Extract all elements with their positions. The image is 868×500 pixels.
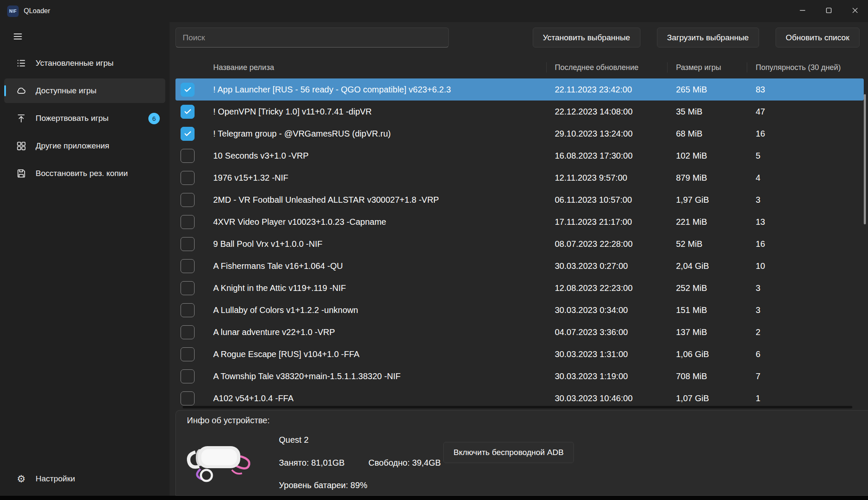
last-updated: 30.03.2023 0:27:00 <box>546 261 667 271</box>
row-checkbox[interactable] <box>181 391 195 405</box>
sidebar-item-restore-backups[interactable]: Восстановить рез. копии <box>4 161 165 186</box>
table-row[interactable]: A Lullaby of Colors v1+1.2.2 -unknown 30… <box>175 299 864 321</box>
maximize-button[interactable] <box>815 0 842 22</box>
apps-icon <box>16 140 27 151</box>
table-row[interactable]: 9 Ball Pool Vrx v1+1.0.0 -NIF 08.07.2023… <box>175 233 864 255</box>
popularity: 16 <box>747 129 864 139</box>
row-checkbox[interactable] <box>181 83 195 97</box>
row-checkbox[interactable] <box>181 215 195 229</box>
sidebar-item-settings[interactable]: ⚙ Настройки <box>4 468 165 490</box>
table-row[interactable]: ! App Launcher [RUS - 56 ready - QGO com… <box>175 78 864 101</box>
sidebar-item-available-games[interactable]: Доступные игры <box>4 78 165 103</box>
row-checkbox[interactable] <box>181 149 195 163</box>
game-size: 879 MiB <box>667 173 747 183</box>
minimize-button[interactable] <box>789 0 815 22</box>
popularity: 3 <box>747 305 864 315</box>
last-updated: 22.12.2023 14:08:00 <box>546 107 667 117</box>
upload-icon <box>16 113 27 124</box>
table-row[interactable]: 1976 v15+1.32 -NIF 12.11.2023 9:57:00 87… <box>175 167 864 189</box>
row-checkbox[interactable] <box>181 171 195 185</box>
row-checkbox[interactable] <box>181 237 195 251</box>
maximize-icon <box>826 7 832 15</box>
header-game-size[interactable]: Размер игры <box>667 56 747 78</box>
table-row[interactable]: A Fishermans Tale v16+1.064 -QU 30.03.20… <box>175 255 864 277</box>
game-size: 2,04 GiB <box>667 261 747 271</box>
sidebar: Установленные игры Доступные игры Пожерт… <box>0 22 170 496</box>
release-name: A Rogue Escape [RUS] v104+1.0 -FFA <box>207 349 546 359</box>
last-updated: 08.07.2023 22:28:00 <box>546 239 667 249</box>
game-size: 1,06 GiB <box>667 349 747 359</box>
game-size: 708 MiB <box>667 372 747 381</box>
last-updated: 12.08.2023 22:23:00 <box>546 283 667 293</box>
row-checkbox[interactable] <box>181 127 195 141</box>
header-last-updated[interactable]: Последнее обновление <box>546 56 667 78</box>
wireless-adb-button[interactable]: Включить беспроводной ADB <box>443 442 574 463</box>
table-row[interactable]: 4XVR Video Player v10023+1.0.23 -Capname… <box>175 211 864 233</box>
window-title: QLoader <box>24 7 50 15</box>
table-row[interactable]: A Knight in the Attic v119+.119 -NIF 12.… <box>175 277 864 299</box>
header-release-name[interactable]: Название релиза <box>207 56 546 78</box>
table-body: ! App Launcher [RUS - 56 ready - QGO com… <box>175 78 864 409</box>
release-name: A lunar adventure v22+1.0 -VRP <box>207 327 546 337</box>
row-checkbox[interactable] <box>181 303 195 317</box>
game-size: 252 MiB <box>667 283 747 293</box>
release-name: A102 v54+1.0.4 -FFA <box>207 394 546 403</box>
row-checkbox[interactable] <box>181 281 195 295</box>
refresh-list-button[interactable]: Обновить список <box>776 28 860 47</box>
popularity: 3 <box>747 195 864 205</box>
header-popularity[interactable]: Популярность (30 дней) <box>747 56 864 78</box>
storage-used: Занято: 81,01GB <box>279 458 345 468</box>
qloader-window: NIF QLoader Установленные игры Доступные… <box>0 0 868 500</box>
release-name: A Lullaby of Colors v1+1.2.2 -unknown <box>207 305 546 315</box>
popularity: 16 <box>747 239 864 249</box>
last-updated: 12.11.2023 9:57:00 <box>546 173 667 183</box>
popularity: 83 <box>747 85 864 95</box>
horizontal-scrollbar[interactable] <box>183 406 852 408</box>
last-updated: 17.11.2023 21:17:00 <box>546 217 667 227</box>
search-input[interactable] <box>175 28 449 47</box>
settings-label: Настройки <box>36 474 75 483</box>
hamburger-menu-button[interactable] <box>8 28 27 45</box>
row-checkbox[interactable] <box>181 105 195 119</box>
table-row[interactable]: A lunar adventure v22+1.0 -VRP 04.07.202… <box>175 321 864 343</box>
release-name: 2MD - VR Football Unleashed ALLSTAR v300… <box>207 195 546 205</box>
release-name: 1976 v15+1.32 -NIF <box>207 173 546 183</box>
sidebar-item-installed-games[interactable]: Установленные игры <box>4 51 165 75</box>
table-row[interactable]: 10 Seconds v3+1.0 -VRP 16.08.2023 17:30:… <box>175 145 864 167</box>
popularity: 47 <box>747 107 864 117</box>
table-row[interactable]: ! OpenVPN [Tricky 1.0] v11+0.7.41 -dipVR… <box>175 101 864 123</box>
app-icon: NIF <box>7 6 19 17</box>
game-size: 52 MiB <box>667 239 747 249</box>
table-row[interactable]: A Township Tale v38320+main-1.5.1.1.3832… <box>175 365 864 387</box>
row-checkbox[interactable] <box>181 193 195 207</box>
list-icon <box>16 58 27 69</box>
popularity: 5 <box>747 151 864 161</box>
release-name: A Township Tale v38320+main-1.5.1.1.3832… <box>207 372 546 381</box>
game-size: 137 MiB <box>667 327 747 337</box>
popularity: 4 <box>747 173 864 183</box>
install-selected-button[interactable]: Установить выбранные <box>533 28 640 47</box>
sidebar-item-other-apps[interactable]: Другие приложения <box>4 134 165 158</box>
save-icon <box>16 168 27 179</box>
popularity: 1 <box>747 394 864 403</box>
row-checkbox[interactable] <box>181 259 195 273</box>
row-checkbox[interactable] <box>181 325 195 339</box>
game-size: 68 MiB <box>667 129 747 139</box>
sidebar-item-donate-games[interactable]: Пожертвовать игры 6 <box>4 106 165 131</box>
release-name: 10 Seconds v3+1.0 -VRP <box>207 151 546 161</box>
row-checkbox[interactable] <box>181 347 195 361</box>
table-row[interactable]: A Rogue Escape [RUS] v104+1.0 -FFA 30.03… <box>175 343 864 365</box>
hamburger-icon <box>12 31 23 43</box>
table-row[interactable]: ! Telegram group - @VRGamesRUS (dipVR.ru… <box>175 123 864 145</box>
cloud-icon <box>16 85 27 96</box>
download-selected-button[interactable]: Загрузить выбранные <box>657 28 759 47</box>
release-name: ! Telegram group - @VRGamesRUS (dipVR.ru… <box>207 129 546 139</box>
table-row[interactable]: 2MD - VR Football Unleashed ALLSTAR v300… <box>175 189 864 211</box>
close-button[interactable] <box>842 0 868 22</box>
sidebar-nav: Установленные игры Доступные игры Пожерт… <box>4 51 165 186</box>
release-name: ! App Launcher [RUS - 56 ready - QGO com… <box>207 85 546 95</box>
release-name: A Fishermans Tale v16+1.064 -QU <box>207 261 546 271</box>
row-checkbox[interactable] <box>181 369 195 383</box>
vertical-scrollbar[interactable] <box>864 94 866 224</box>
titlebar: NIF QLoader <box>0 0 868 22</box>
